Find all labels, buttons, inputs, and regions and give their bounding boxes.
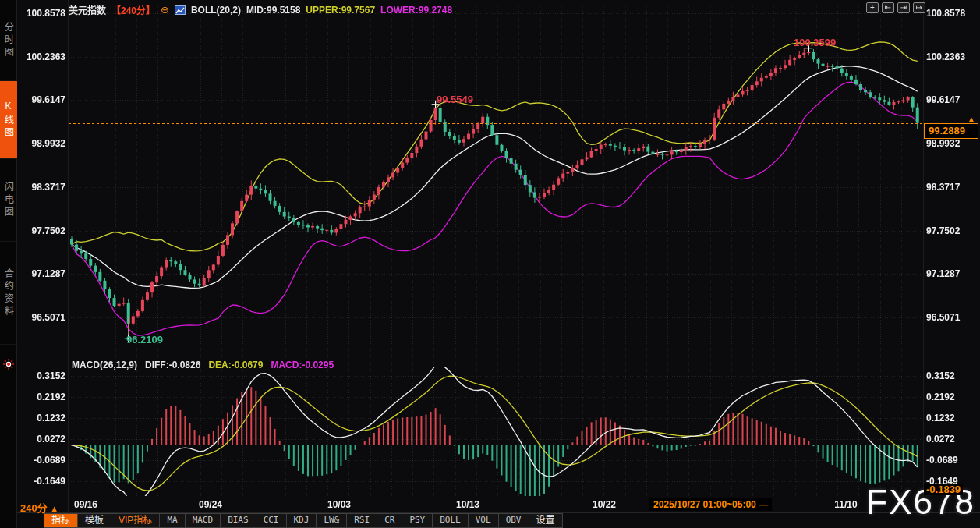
price-axis-label-right: 99.6147: [926, 94, 978, 105]
x-axis-label: 11/10: [834, 499, 857, 510]
macd-axis-label-left: -0.0689: [19, 455, 65, 466]
toolbar-item-bias[interactable]: BIAS: [220, 513, 256, 528]
x-axis-label: 09/16: [74, 499, 97, 510]
x-axis-label: 09/24: [199, 499, 222, 510]
macd-current-value: -0.1839: [924, 484, 963, 495]
macd-diff-value: DIFF:-0.0826: [145, 360, 200, 370]
chart-type-sidebar: 分时图K线图闪电图合约资料: [0, 0, 17, 528]
crosshair-icon[interactable]: +: [866, 2, 879, 13]
toolbar-item-vip指标[interactable]: VIP指标: [111, 513, 160, 528]
sidebar-tab-time-share[interactable]: 分时图: [0, 0, 17, 81]
price-axis-label-left: 99.6147: [19, 94, 65, 105]
selected-candle-datetime: 2025/10/27 01:00~05:00 —: [649, 498, 772, 511]
indicator-toolbar: 指标模板VIP指标MAMACDBIASCCIKDJLW&RSICRPSYBOLL…: [44, 513, 563, 528]
price-marker-triangle: ▲: [968, 115, 975, 123]
macd-axis-label-right: 0.1232: [926, 413, 978, 423]
x-axis-label: 10/22: [593, 499, 616, 510]
price-axis-label-left: 98.9932: [19, 138, 65, 149]
x-axis-label: 10/03: [327, 499, 351, 510]
line-chart-icon[interactable]: [175, 5, 186, 15]
toolbar-item-obv[interactable]: OBV: [498, 513, 529, 528]
price-axis-label-right: 97.7502: [926, 225, 978, 236]
boll-mid-value: MID:99.5158: [246, 5, 300, 16]
toolbar-item-kdj[interactable]: KDJ: [286, 513, 317, 528]
macd-header: MACD(26,12,9) DIFF:-0.0826 DEA:-0.0679 M…: [72, 360, 334, 370]
macd-axis-label-right: 0.2192: [926, 392, 978, 402]
boll-label: BOLL(20,2): [191, 5, 241, 16]
macd-axis-label-right: 0.0272: [926, 434, 978, 445]
macd-axis-label-left: -0.1649: [19, 476, 65, 487]
macd-dea-value: DEA:-0.0679: [208, 360, 263, 370]
toolbar-item-lw&[interactable]: LW&: [316, 513, 347, 528]
chart-tool-icons: +⇤⇥↦: [866, 2, 925, 13]
compress-right-icon[interactable]: ⇥: [897, 2, 910, 13]
macd-title: MACD(26,12,9): [72, 360, 137, 370]
toolbar-item-psy[interactable]: PSY: [402, 513, 433, 528]
macd-macd-value: MACD:-0.0295: [271, 360, 334, 370]
chart-header: 美元指数 【240分】 ⊖ BOLL(20,2) MID:99.5158 UPP…: [69, 3, 452, 16]
sidebar-tabs: 分时图K线图闪电图合约资料: [0, 0, 16, 345]
toolbar-item-ma[interactable]: MA: [159, 513, 185, 528]
macd-axis-label-left: 0.3152: [19, 370, 65, 381]
high-price-annotation: 99.5549: [437, 94, 473, 105]
compress-left-icon[interactable]: ⇤: [882, 2, 894, 13]
price-axis-label-left: 100.8578: [19, 8, 65, 19]
current-price-box: 99.2889: [924, 123, 978, 139]
macd-axis-label-left: 0.1232: [19, 413, 65, 423]
alarm-icon[interactable]: [3, 359, 14, 370]
macd-axis-label-right: -0.0689: [926, 455, 978, 466]
period-arrow-icon: ▲: [50, 504, 58, 513]
sidebar-tab-contract-info[interactable]: 合约资料: [0, 242, 17, 345]
macd-axis-label-left: 0.0272: [19, 434, 65, 445]
price-axis-label-right: 98.9932: [926, 138, 978, 149]
high-price-annotation: 100.3599: [794, 37, 836, 48]
symbol-name: 美元指数: [69, 3, 106, 16]
price-axis-label-right: 97.1287: [926, 268, 978, 279]
toolbar-item-设置[interactable]: 设置: [529, 513, 563, 528]
price-axis-label-right: 98.3717: [926, 182, 978, 193]
macd-axis-label-right: 0.3152: [926, 370, 978, 381]
price-axis-label-right: 100.2363: [926, 51, 978, 62]
chart-app-window: 分时图K线图闪电图合约资料 美元指数 【240分】 ⊖ BOLL(20,2) M…: [0, 0, 980, 528]
price-axis-label-right: 96.5071: [926, 312, 978, 323]
toolbar-item-指标[interactable]: 指标: [44, 513, 78, 528]
x-axis: 09/1609/2410/0310/1310/2211/10 2025/10/2…: [17, 497, 980, 513]
price-axis-label-left: 98.3717: [19, 182, 65, 193]
pane-divider: [17, 356, 980, 356]
sidebar-tab-flash[interactable]: 闪电图: [0, 159, 17, 242]
collapse-icon[interactable]: ⊖: [161, 4, 169, 16]
toolbar-item-cci[interactable]: CCI: [256, 513, 287, 528]
toolbar-item-cr[interactable]: CR: [377, 513, 402, 528]
boll-upper-value: UPPER:99.7567: [306, 5, 375, 16]
low-price-annotation: 96.2109: [126, 334, 163, 346]
right-axis-border: [923, 0, 924, 513]
sidebar-tab-kline[interactable]: K线图: [0, 81, 17, 159]
macd-axis-label-left: 0.2192: [19, 392, 65, 402]
period-text: 240分: [20, 502, 48, 514]
price-axis-label-left: 97.7502: [19, 225, 65, 236]
boll-lower-value: LOWER:99.2748: [380, 5, 452, 16]
toolbar-item-macd[interactable]: MACD: [185, 513, 221, 528]
price-axis-label-left: 100.2363: [19, 51, 65, 62]
left-axis-border: [68, 0, 69, 513]
price-axis-label-left: 96.5071: [19, 312, 65, 323]
toolbar-item-vol[interactable]: VOL: [468, 513, 499, 528]
toolbar-item-rsi[interactable]: RSI: [346, 513, 377, 528]
chart-canvas[interactable]: [0, 0, 980, 528]
price-axis-label-left: 97.1287: [19, 268, 65, 279]
toolbar-item-boll[interactable]: BOLL: [432, 513, 469, 528]
x-axis-label: 10/13: [456, 499, 479, 510]
price-axis-label-right: 100.8578: [926, 8, 978, 19]
toolbar-item-模板[interactable]: 模板: [77, 513, 111, 528]
period-badge: 【240分】: [111, 3, 155, 16]
pane-popout-icon[interactable]: ↦: [913, 2, 925, 13]
